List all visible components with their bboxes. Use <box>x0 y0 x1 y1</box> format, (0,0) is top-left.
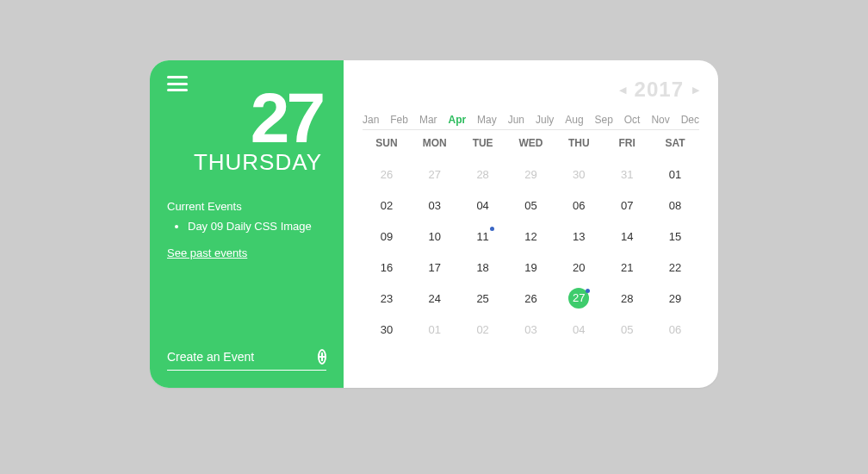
day-cell[interactable]: 02 <box>459 315 507 346</box>
prev-year-icon[interactable]: ◀ <box>619 84 626 96</box>
weekday-header: WED <box>507 137 555 149</box>
current-day-number: 27 <box>167 83 322 153</box>
day-cell[interactable]: 21 <box>603 253 651 284</box>
month-apr[interactable]: Apr <box>448 114 466 126</box>
month-nov[interactable]: Nov <box>651 114 669 126</box>
month-feb[interactable]: Feb <box>390 114 408 126</box>
day-cell[interactable]: 22 <box>651 253 699 284</box>
day-cell[interactable]: 30 <box>363 315 411 346</box>
day-cell[interactable]: 12 <box>507 221 555 253</box>
day-cell[interactable]: 29 <box>507 159 555 190</box>
day-cell[interactable]: 01 <box>651 159 699 190</box>
see-past-events-link[interactable]: See past events <box>167 246 247 259</box>
day-cell[interactable]: 03 <box>507 315 555 346</box>
day-cell[interactable]: 24 <box>411 284 459 315</box>
day-cell[interactable]: 23 <box>363 284 411 315</box>
day-cell[interactable]: 06 <box>651 315 699 346</box>
day-cell[interactable]: 06 <box>555 190 603 221</box>
month-may[interactable]: May <box>477 114 497 126</box>
month-oct[interactable]: Oct <box>624 114 641 126</box>
day-cell[interactable]: 04 <box>555 315 603 346</box>
day-cell[interactable]: 17 <box>411 253 459 284</box>
day-cell[interactable]: 30 <box>555 159 603 190</box>
day-cell[interactable]: 09 <box>363 221 411 253</box>
weekday-header: TUE <box>459 137 507 149</box>
month-mar[interactable]: Mar <box>419 114 437 126</box>
day-cell[interactable]: 28 <box>603 284 651 315</box>
event-dot-icon <box>490 227 494 231</box>
event-item[interactable]: Day 09 Daily CSS Image <box>188 220 326 233</box>
sidebar: 27 THURSDAY Current Events Day 09 Daily … <box>150 60 344 388</box>
next-year-icon[interactable]: ▶ <box>692 84 699 96</box>
calendar-widget: 27 THURSDAY Current Events Day 09 Daily … <box>150 60 718 388</box>
day-cell[interactable]: 27 <box>555 284 603 315</box>
current-date-display: 27 THURSDAY <box>167 83 326 176</box>
day-cell[interactable]: 31 <box>603 159 651 190</box>
events-heading: Current Events <box>167 200 326 213</box>
month-jun[interactable]: Jun <box>508 114 524 126</box>
day-cell[interactable]: 10 <box>411 221 459 253</box>
day-cell[interactable]: 27 <box>411 159 459 190</box>
day-cell[interactable]: 14 <box>603 221 651 253</box>
day-cell[interactable]: 08 <box>651 190 699 221</box>
day-cell[interactable]: 05 <box>603 315 651 346</box>
day-cell[interactable]: 26 <box>507 284 555 315</box>
weekday-header: FRI <box>603 137 651 149</box>
day-cell[interactable]: 18 <box>459 253 507 284</box>
day-cell[interactable]: 01 <box>411 315 459 346</box>
year-selector: ◀ 2017 ▶ <box>363 78 699 102</box>
year-label: 2017 <box>635 78 684 102</box>
day-cell[interactable]: 20 <box>555 253 603 284</box>
plus-icon[interactable] <box>318 349 326 365</box>
month-dec[interactable]: Dec <box>681 114 699 126</box>
day-cell[interactable]: 03 <box>411 190 459 221</box>
current-weekday: THURSDAY <box>167 149 322 176</box>
month-jan[interactable]: Jan <box>363 114 379 126</box>
create-event-input[interactable] <box>167 350 318 364</box>
day-cell[interactable]: 19 <box>507 253 555 284</box>
day-cell[interactable]: 16 <box>363 253 411 284</box>
calendar-panel: ◀ 2017 ▶ JanFebMarAprMayJunJulyAugSepOct… <box>344 60 718 388</box>
day-cell[interactable]: 25 <box>459 284 507 315</box>
month-sep[interactable]: Sep <box>595 114 613 126</box>
day-cell[interactable]: 13 <box>555 221 603 253</box>
weekday-row: SUNMONTUEWEDTHUFRISAT <box>363 137 699 149</box>
day-cell[interactable]: 04 <box>459 190 507 221</box>
event-dot-icon <box>586 289 590 293</box>
day-cell[interactable]: 02 <box>363 190 411 221</box>
create-event-row <box>167 349 326 371</box>
weekday-header: SAT <box>651 137 699 149</box>
month-july[interactable]: July <box>536 114 554 126</box>
month-aug[interactable]: Aug <box>565 114 583 126</box>
months-row: JanFebMarAprMayJunJulyAugSepOctNovDec <box>363 114 699 130</box>
days-grid: 2627282930310102030405060708091011121314… <box>363 159 699 375</box>
events-list: Day 09 Daily CSS Image <box>167 220 326 233</box>
weekday-header: MON <box>411 137 459 149</box>
day-cell[interactable]: 26 <box>363 159 411 190</box>
day-cell[interactable]: 05 <box>507 190 555 221</box>
weekday-header: SUN <box>363 137 411 149</box>
weekday-header: THU <box>555 137 603 149</box>
day-cell[interactable]: 28 <box>459 159 507 190</box>
day-cell[interactable]: 15 <box>651 221 699 253</box>
day-cell[interactable]: 29 <box>651 284 699 315</box>
day-cell[interactable]: 11 <box>459 221 507 253</box>
day-cell[interactable]: 07 <box>603 190 651 221</box>
